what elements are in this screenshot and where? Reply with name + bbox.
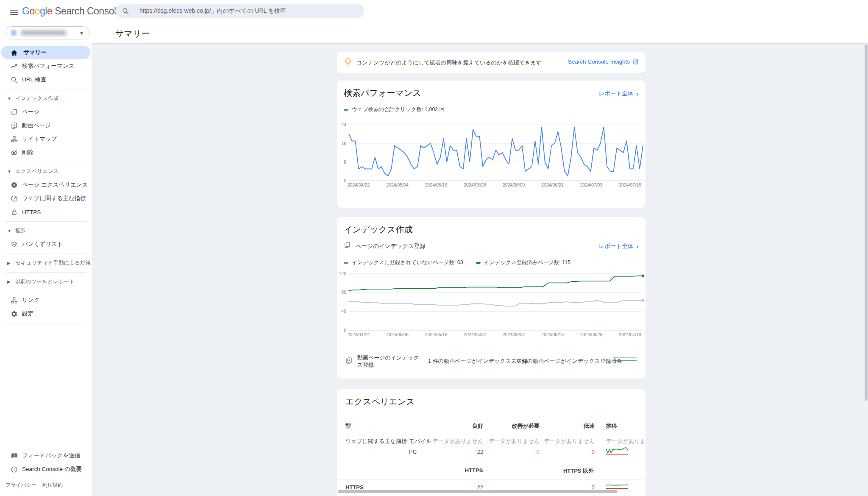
feedback-label: フィードバックを送信 bbox=[22, 452, 80, 460]
search-icon bbox=[10, 76, 18, 84]
sidebar-item-links[interactable]: リンク bbox=[0, 293, 92, 307]
video-pages-icon bbox=[10, 122, 18, 129]
svg-text:2024/05/16: 2024/05/16 bbox=[425, 332, 448, 337]
about-label: Search Console の概要 bbox=[22, 465, 82, 473]
breadcrumbs-icon bbox=[10, 240, 18, 248]
sidebar-item-label: ページ エクスペリエンス bbox=[22, 181, 88, 189]
sidebar-item-page-experience[interactable]: ページ エクスペリエンス bbox=[0, 178, 92, 192]
sidebar-item-https[interactable]: HTTPS bbox=[0, 205, 92, 219]
about-search-console-button[interactable]: Search Console の概要 bbox=[0, 463, 92, 476]
https-trend-sparkline bbox=[605, 482, 630, 490]
svg-text:120: 120 bbox=[339, 271, 346, 276]
sidebar-item-label: 設定 bbox=[22, 310, 33, 318]
not-indexed-legend: インデックスに登録されていないページ数: 63 bbox=[344, 259, 463, 266]
chevron-expanded-icon: ▼ bbox=[7, 96, 11, 101]
video-indexed-text: 0 件の動画ページがインデックス登録済み bbox=[517, 357, 622, 365]
svg-text:2024/07/03: 2024/07/03 bbox=[580, 182, 603, 187]
svg-text:2024/05/05: 2024/05/05 bbox=[386, 332, 409, 337]
home-icon bbox=[10, 49, 18, 56]
url-inspection-searchbox[interactable]: 「https://dsg.elecs-web.co.jp/」内のすべての URL… bbox=[115, 4, 364, 18]
cwv-metric-label[interactable]: ウェブに関する主な指標 bbox=[345, 437, 407, 445]
performance-full-report-link[interactable]: レポート全体› bbox=[598, 90, 639, 98]
legend-dash-blue bbox=[344, 109, 348, 111]
svg-text:2024/06/21: 2024/06/21 bbox=[541, 182, 564, 187]
sidebar-section-security-manual-actions[interactable]: ▶セキュリティと手動による対策 bbox=[0, 256, 92, 270]
experience-card: エクスペリエンス 型 良好 改善が必要 低速 推移 ウェブに関する主な指標 モバ… bbox=[337, 389, 645, 496]
svg-text:16: 16 bbox=[341, 141, 346, 146]
col-type: 型 bbox=[345, 422, 351, 430]
search-icon bbox=[122, 8, 129, 15]
sidebar-divider bbox=[0, 219, 92, 224]
search-performance-card: 検索パフォーマンス レポート全体› ウェブ検索の合計クリック数: 1,002 回… bbox=[337, 81, 645, 208]
sidebar-item-performance[interactable]: 検索パフォーマンス bbox=[0, 59, 92, 73]
table-divider bbox=[337, 479, 645, 479]
sidebar-item-sitemaps[interactable]: サイトマップ bbox=[0, 132, 92, 146]
cwv-mobile-needs-improvement: データがありません bbox=[480, 437, 540, 445]
sidebar-section-indexing[interactable]: ▼インデックス作成 bbox=[0, 92, 92, 105]
sidebar-section-enhancements[interactable]: ▼拡張 bbox=[0, 224, 92, 237]
sidebar-section-label: 拡張 bbox=[15, 227, 26, 234]
svg-text:40: 40 bbox=[341, 309, 346, 314]
sidebar-divider bbox=[0, 270, 92, 275]
search-placeholder: 「https://dsg.elecs-web.co.jp/」内のすべての URL… bbox=[134, 7, 286, 15]
menu-icon[interactable] bbox=[8, 7, 19, 17]
privacy-link[interactable]: プライバシー bbox=[6, 482, 36, 489]
cwv-mobile-trend: データがありません bbox=[606, 437, 645, 445]
sidebar-item-pages[interactable]: ページ bbox=[0, 105, 92, 119]
sidebar-item-core-web-vitals[interactable]: ウェブに関する主な指標 bbox=[0, 192, 92, 205]
https-poor: 0 bbox=[535, 484, 595, 490]
property-selector[interactable]: ▼ bbox=[6, 26, 89, 39]
chevron-collapsed-icon: ▶ bbox=[7, 279, 11, 284]
sidebar-section-label: 以前のツールとレポート bbox=[15, 278, 75, 285]
table-divider bbox=[337, 434, 645, 434]
chevron-down-icon: ▼ bbox=[79, 31, 84, 36]
page-title: サマリー bbox=[115, 28, 150, 39]
header-divider bbox=[92, 43, 868, 44]
cwv-pc-trend-sparkline bbox=[605, 447, 630, 455]
app-logo[interactable]: GoogleSearch Console bbox=[22, 6, 121, 17]
svg-text:2024/06/07: 2024/06/07 bbox=[503, 332, 525, 337]
lightbulb-icon bbox=[344, 58, 352, 69]
sidebar-item-label: 削除 bbox=[22, 149, 33, 156]
horizontal-scrollbar[interactable] bbox=[338, 490, 618, 493]
sidebar-item-video-pages[interactable]: 動画ページ bbox=[0, 119, 92, 132]
https-row-label[interactable]: HTTPS bbox=[345, 484, 364, 490]
insights-banner: コンテンツがどのようにして読者の興味を捉えているのかを確認できます Search… bbox=[337, 52, 645, 73]
sidebar-section-experience[interactable]: ▼エクスペリエンス bbox=[0, 164, 92, 178]
feedback-button[interactable]: フィードバックを送信 bbox=[0, 449, 92, 463]
page-indexing-subtitle: ページのインデックス登録 bbox=[356, 242, 426, 250]
pages-icon bbox=[10, 108, 18, 116]
indexed-legend: インデックス登録済みページ数: 115 bbox=[476, 259, 571, 266]
sitemap-icon bbox=[10, 135, 18, 143]
google-logo: Google bbox=[22, 6, 52, 17]
search-performance-title: 検索パフォーマンス bbox=[344, 87, 421, 99]
sidebar-section-legacy-tools[interactable]: ▶以前のツールとレポート bbox=[0, 275, 92, 288]
terms-link[interactable]: 利用規約 bbox=[42, 482, 63, 489]
legend-dash-green bbox=[476, 262, 481, 264]
sidebar-item-settings[interactable]: 設定 bbox=[0, 307, 92, 320]
gear-icon bbox=[10, 310, 18, 318]
legal-links: プライバシー 利用規約 bbox=[0, 480, 92, 490]
insights-link[interactable]: Search Console Insights bbox=[568, 59, 639, 65]
sidebar-item-removals[interactable]: 削除 bbox=[0, 146, 92, 159]
performance-icon bbox=[10, 62, 18, 70]
sidebar-nav: サマリー検索パフォーマンスURL 検査▼インデックス作成ページ動画ページサイトマ… bbox=[0, 44, 92, 496]
sidebar-item-url-inspection[interactable]: URL 検査 bbox=[0, 73, 92, 86]
sidebar-item-summary[interactable]: サマリー bbox=[1, 46, 90, 59]
col-good: 良好 bbox=[441, 422, 483, 430]
sidebar-item-label: サマリー bbox=[23, 49, 47, 56]
sidebar-item-breadcrumbs[interactable]: パンくずリスト bbox=[0, 237, 92, 251]
sidebar-divider bbox=[0, 320, 92, 326]
sidebar-item-label: 検索パフォーマンス bbox=[22, 62, 74, 70]
pages-icon bbox=[344, 241, 351, 250]
vertical-scrollbar-thumb[interactable] bbox=[865, 45, 868, 401]
sidebar-item-label: ページ bbox=[22, 108, 39, 116]
svg-text:0: 0 bbox=[344, 328, 346, 333]
indexing-full-report-link[interactable]: レポート全体› bbox=[598, 242, 639, 250]
sidebar-divider bbox=[0, 159, 92, 164]
svg-text:2024/05/27: 2024/05/27 bbox=[464, 332, 486, 337]
experience-title: エクスペリエンス bbox=[345, 396, 415, 407]
svg-text:2024/07/10: 2024/07/10 bbox=[619, 332, 641, 337]
feedback-icon bbox=[10, 452, 18, 460]
video-indexing-label: 動画ページのインデックス登録 bbox=[357, 354, 424, 368]
